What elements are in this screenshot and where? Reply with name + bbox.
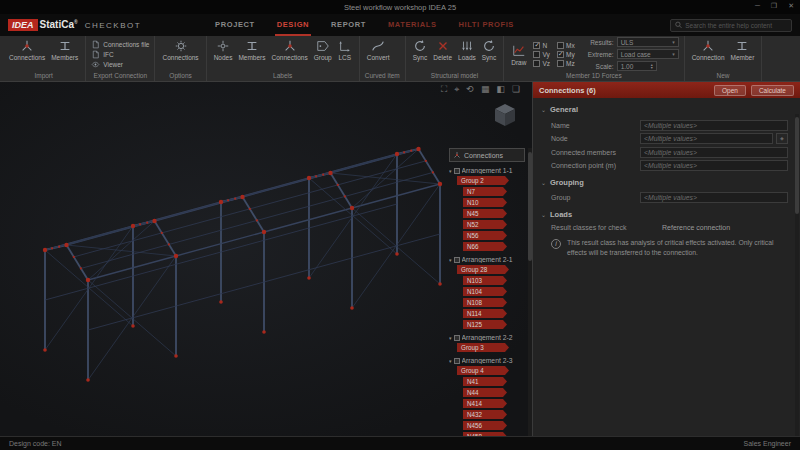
force-checkbox-vy[interactable]: Vy — [533, 51, 550, 58]
ribbon-button-lcs[interactable]: LCS — [336, 37, 354, 61]
tree-scrollbar[interactable] — [528, 148, 532, 436]
force-checkbox-n[interactable]: N — [533, 42, 550, 49]
force-checkbox-mz[interactable]: Mz — [557, 60, 575, 67]
tab-materials[interactable]: MATERIALS — [386, 14, 439, 36]
tree-header-label: Connections — [464, 152, 503, 159]
tree-connection-n10[interactable]: N10 — [463, 198, 507, 207]
ribbon-button-loads[interactable]: Loads — [456, 37, 478, 61]
tree-connection-n114[interactable]: N114 — [463, 309, 507, 318]
section-grouping[interactable]: ⌄ Grouping — [541, 174, 788, 190]
ribbon-button-label: Connection — [692, 54, 725, 61]
tree-group-group-4[interactable]: Group 4 — [457, 366, 509, 375]
ribbon-button-members[interactable]: Members — [236, 37, 267, 61]
ribbon-button-members[interactable]: Members — [49, 37, 80, 61]
orbit-icon[interactable]: ⟲ — [466, 84, 474, 95]
tree-arrangement[interactable]: ▾Arrangement 2-1 — [449, 256, 525, 263]
force-checkbox-my[interactable]: My — [557, 51, 575, 58]
scrollbar-thumb[interactable] — [528, 152, 532, 261]
property-input-node[interactable]: <Multiple values> — [640, 133, 773, 144]
tree-group-group-28[interactable]: Group 28 — [457, 265, 509, 274]
tree-connection-n52[interactable]: N52 — [463, 220, 507, 229]
ribbon-button-member[interactable]: Member — [729, 37, 757, 61]
ribbon-row-ifc[interactable]: IFC — [91, 50, 113, 59]
open-button[interactable]: Open — [714, 85, 746, 96]
views-grid-icon[interactable]: ▦ — [481, 84, 490, 95]
checkbox-icon — [557, 42, 564, 49]
tree-connection-n45[interactable]: N45 — [463, 209, 507, 218]
arrangement-icon — [454, 168, 460, 174]
properties-scrollbar[interactable] — [795, 114, 799, 436]
tree-connection-n104[interactable]: N104 — [463, 287, 507, 296]
tree-connection-n108[interactable]: N108 — [463, 298, 507, 307]
ribbon-row-viewer[interactable]: Viewer — [91, 60, 123, 69]
tree-connection-n414[interactable]: N414 — [463, 399, 507, 408]
screenshot-icon[interactable]: ❏ — [512, 84, 520, 95]
caret-down-icon[interactable]: ▾ — [449, 358, 452, 364]
tree-arrangement-label: Arrangement 2-3 — [462, 357, 513, 364]
result-classes-value[interactable]: Reference connection — [662, 224, 730, 231]
tree-connection-n7[interactable]: N7 — [463, 187, 507, 196]
axes-icon — [338, 39, 352, 53]
tree-connection-n432[interactable]: N432 — [463, 410, 507, 419]
tab-design[interactable]: DESIGN — [275, 14, 311, 36]
minimize-icon[interactable]: ─ — [755, 2, 760, 10]
ribbon-button-connections[interactable]: Connections — [270, 37, 310, 61]
tree-arrangement[interactable]: ▾Arrangement 2-2 — [449, 334, 525, 341]
ribbon-button-group[interactable]: Group — [312, 37, 334, 61]
property-input-group[interactable]: <Multiple values> — [640, 192, 788, 203]
stepper-icons[interactable]: ▴▾ — [651, 63, 653, 70]
tree-arrangement[interactable]: ▾Arrangement 2-3 — [449, 357, 525, 364]
tree-arrangement[interactable]: ▾Arrangement 1-1 — [449, 167, 525, 174]
ribbon-button-connection[interactable]: Connection — [690, 37, 727, 61]
ribbon-group-labels: NodesMembersConnectionsGroupLCS Labels — [207, 36, 360, 81]
tree-header-connections[interactable]: Connections — [449, 148, 525, 162]
property-input-name[interactable]: <Multiple values> — [640, 120, 788, 131]
force-checkbox-vz[interactable]: Vz — [533, 60, 550, 67]
help-search[interactable] — [670, 19, 792, 32]
tree-connection-n66[interactable]: N66 — [463, 242, 507, 251]
ribbon-button-delete[interactable]: Delete — [431, 37, 454, 61]
tab-hilti-profis[interactable]: HILTI PROFIS — [457, 14, 516, 36]
tree-connection-n103[interactable]: N103 — [463, 276, 507, 285]
zoom-window-icon[interactable]: ⌖ — [454, 84, 459, 95]
tree-group-group-2[interactable]: Group 2 — [457, 176, 509, 185]
navigation-cube[interactable] — [494, 103, 516, 127]
caret-down-icon[interactable]: ▾ — [449, 168, 452, 174]
scale-input[interactable]: 1.00▴▾ — [617, 61, 657, 71]
search-input[interactable] — [685, 22, 787, 29]
caret-down-icon[interactable]: ▾ — [449, 335, 452, 341]
close-icon[interactable]: ✕ — [788, 2, 794, 10]
property-input-connection-point-m-[interactable]: <Multiple values> — [640, 160, 788, 171]
tree-connection-n41[interactable]: N41 — [463, 377, 507, 386]
viewport-3d[interactable]: ⛶⌖⟲▦◧❏ Connections ▾Arrangement 1-1Group… — [0, 82, 533, 436]
combo-extreme-[interactable]: Load case▾ — [617, 49, 679, 59]
tree-connection-n456[interactable]: N456 — [463, 421, 507, 430]
ribbon-button-connections[interactable]: Connections — [7, 37, 47, 61]
combo-results-[interactable]: ULS▾ — [617, 37, 679, 47]
clipping-icon[interactable]: ◧ — [496, 84, 505, 95]
tab-project[interactable]: PROJECT — [213, 14, 257, 36]
tree-connection-n125[interactable]: N125 — [463, 320, 507, 329]
calculate-button[interactable]: Calculate — [751, 85, 794, 96]
ribbon-button-nodes[interactable]: Nodes — [212, 37, 235, 61]
ribbon-button-connections[interactable]: Connections — [160, 37, 200, 61]
section-general[interactable]: ⌄ General — [541, 101, 788, 117]
tree-connection-n56[interactable]: N56 — [463, 231, 507, 240]
draw-button[interactable]: Draw — [509, 42, 528, 66]
app-window: Steel workflow workshop IDEA 25 ─ ❐ ✕ ID… — [0, 0, 800, 450]
ribbon-button-sync[interactable]: Sync — [480, 37, 498, 61]
tab-report[interactable]: REPORT — [329, 14, 368, 36]
fit-view-icon[interactable]: ⛶ — [441, 84, 447, 95]
force-checkbox-mx[interactable]: Mx — [557, 42, 575, 49]
caret-down-icon[interactable]: ▾ — [449, 257, 452, 263]
property-input-connected-members[interactable]: <Multiple values> — [640, 147, 788, 158]
scrollbar-thumb[interactable] — [795, 117, 799, 214]
tree-connection-n44[interactable]: N44 — [463, 388, 507, 397]
ribbon-row-connections-file[interactable]: Connections file — [91, 40, 149, 49]
ribbon-button-convert[interactable]: Convert — [365, 37, 392, 61]
tree-group-group-3[interactable]: Group 3 — [457, 343, 509, 352]
ribbon-button-sync[interactable]: Sync — [411, 37, 429, 61]
section-loads[interactable]: ⌄ Loads — [541, 206, 788, 222]
maximize-icon[interactable]: ❐ — [771, 2, 777, 10]
node-picker-icon[interactable]: ⌖ — [776, 133, 788, 144]
